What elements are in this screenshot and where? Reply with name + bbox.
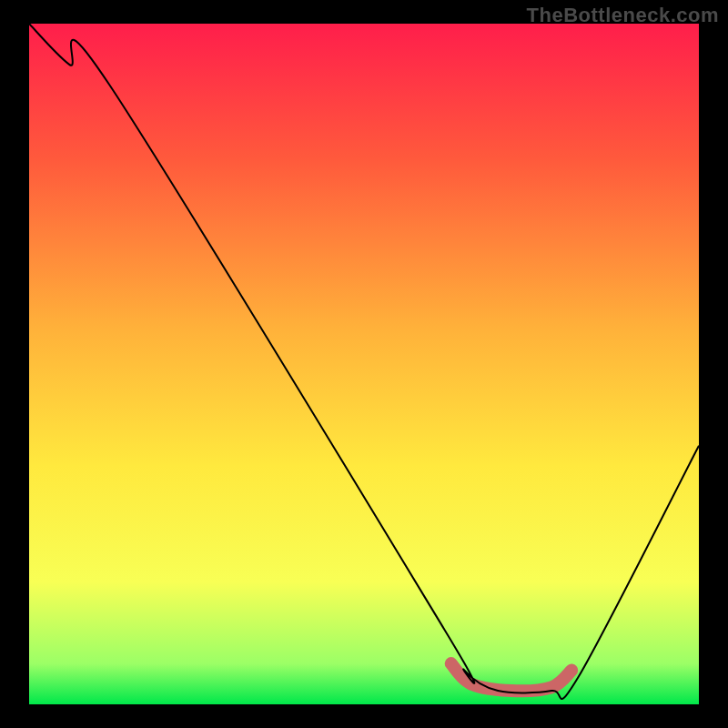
gradient-background xyxy=(29,24,699,704)
watermark-text: TheBottleneck.com xyxy=(527,4,719,27)
chart-svg xyxy=(29,24,699,704)
plot-area xyxy=(29,24,699,704)
chart-frame: TheBottleneck.com xyxy=(0,0,728,728)
